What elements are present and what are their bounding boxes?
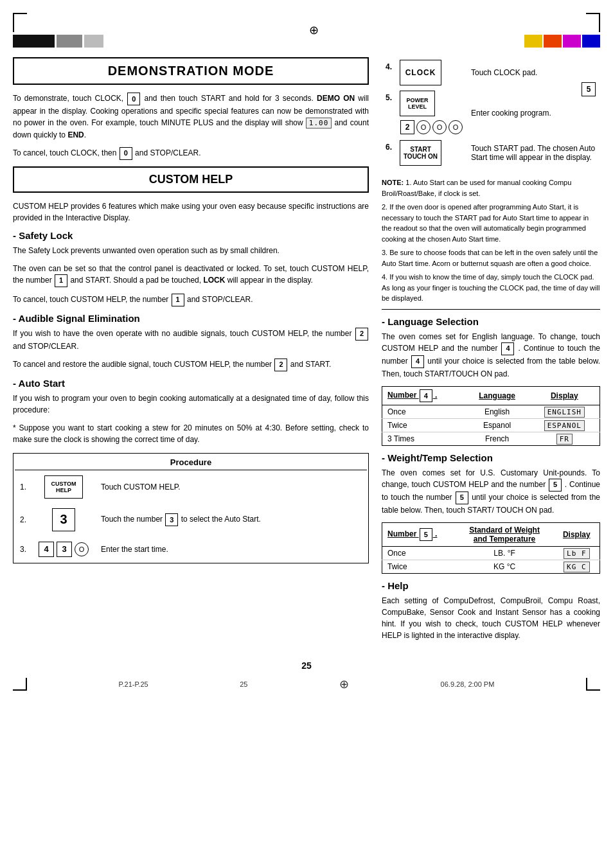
demo-cancel: To cancel, touch CLOCK, then 0 and STOP/…: [13, 147, 369, 160]
step6-desc: Touch START pad. The chosen Auto Start t…: [467, 137, 600, 168]
language-title: - Language Selection: [382, 316, 600, 327]
step2-desc: Touch the number 3 to select the Auto St…: [96, 504, 367, 536]
footer-left: P.21-P.25: [119, 680, 148, 688]
demo-title: DEMONSTRATION MODE: [23, 64, 359, 78]
step5-pad: POWER LEVEL 2 O O O: [396, 88, 467, 137]
procedure-step-1: 1. CUSTOM HELP Touch CUSTOM HELP.: [15, 472, 367, 502]
safety-lock-body2: The oven can be set so that the control …: [13, 263, 369, 287]
right-steps-table: 4. CLOCK Touch CLOCK pad. 5. POWER: [382, 57, 600, 168]
step3-num: 3.: [15, 537, 31, 562]
left-column: DEMONSTRATION MODE To demonstrate, touch…: [13, 57, 369, 648]
lang-twice: Twice: [382, 418, 465, 432]
wt-twice: Twice: [382, 560, 456, 573]
lang-french: French: [465, 432, 529, 445]
right-step-6: 6. START TOUCH ON Touch START pad. The c…: [382, 137, 600, 168]
lang-col1: Number 4 .: [382, 386, 465, 405]
help-body: Each setting of CompuDefrost, CompuBroil…: [382, 595, 600, 641]
wt-lb-f: LB. °F: [456, 546, 554, 560]
step6-pad: START TOUCH ON: [396, 137, 467, 168]
safety-lock-title: - Safety Lock: [13, 230, 369, 241]
step1-icon: CUSTOM HELP: [33, 472, 94, 502]
lang-espanol: Espanol: [465, 418, 529, 432]
custom-help-intro: CUSTOM HELP provides 6 features which ma…: [13, 200, 369, 224]
lang-row-2: Twice Espanol ESPANOL: [382, 418, 600, 432]
wt-row-2: Twice KG °C KG C: [382, 560, 600, 573]
step1-desc: Touch CUSTOM HELP.: [96, 472, 367, 502]
wt-col1: Number 5 .: [382, 522, 456, 546]
wt-col3: Display: [554, 522, 600, 546]
wt-col2: Standard of Weightand Temperature: [456, 522, 554, 546]
registration-mark-top: ⊕: [309, 23, 319, 37]
bottom-bar: P.21-P.25 25 ⊕ 06.9.28, 2:00 PM: [13, 677, 600, 691]
lang-display-french: FR: [529, 432, 600, 445]
lang-english: English: [465, 405, 529, 418]
right-step-4: 4. CLOCK Touch CLOCK pad.: [382, 57, 600, 88]
procedure-step-2: 2. 3 Touch the number 3 to select the Au…: [15, 504, 367, 536]
safety-lock-cancel: To cancel, touch CUSTOM HELP, the number…: [13, 294, 369, 306]
weight-temp-body: The oven comes set for U.S. Customary Un…: [382, 467, 600, 516]
weight-temp-title: - Weight/Temp Selection: [382, 452, 600, 463]
lang-row-1: Once English ENGLISH: [382, 405, 600, 418]
page-number: 25: [13, 660, 600, 671]
procedure-table: Procedure 1. CUSTOM HELP Touch CUSTOM HE…: [13, 453, 369, 563]
auto-start-body: If you wish to program your oven to begi…: [13, 393, 369, 416]
step5-desc: Enter cooking program.: [471, 109, 551, 118]
lang-once: Once: [382, 405, 465, 418]
audible-cancel: To cancel and restore the audible signal…: [13, 359, 369, 371]
language-table: Number 4 . Language Display Once English…: [382, 386, 600, 446]
wt-kg-c: KG °C: [456, 560, 554, 573]
note-item-2: 2. If the oven door is opened after prog…: [382, 202, 600, 244]
step4-pad: CLOCK: [396, 57, 467, 88]
note-label: NOTE:: [382, 179, 404, 186]
wt-once: Once: [382, 546, 456, 560]
step4-desc: Touch CLOCK pad.: [467, 57, 600, 88]
note-item-3: 3. Be sure to choose foods that can be l…: [382, 247, 600, 269]
lang-display-espanol: ESPANOL: [529, 418, 600, 432]
audible-title: - Audible Signal Elimination: [13, 313, 369, 324]
procedure-header: Procedure: [15, 455, 367, 470]
auto-start-title: - Auto Start: [13, 378, 369, 389]
footer-right: 06.9.28, 2:00 PM: [441, 680, 495, 688]
step3-icon: 4 3 O: [33, 537, 94, 562]
lang-col2: Language: [465, 386, 529, 405]
language-body: The oven comes set for English language.…: [382, 331, 600, 380]
step5-num: 5.: [382, 88, 396, 137]
lang-col3: Display: [529, 386, 600, 405]
demo-mode-section: DEMONSTRATION MODE: [13, 57, 369, 85]
wt-display-lb: Lb F: [554, 546, 600, 560]
step4-num: 4.: [382, 57, 396, 88]
audible-body: If you wish to have the oven operate wit…: [13, 328, 369, 352]
custom-help-title: CUSTOM HELP: [23, 173, 359, 186]
custom-help-section: CUSTOM HELP: [13, 166, 369, 193]
step1-num: 1.: [15, 472, 31, 502]
top-decor-bar: ⊕: [13, 13, 600, 48]
right-step-5: 5. POWER LEVEL 2 O O: [382, 88, 600, 137]
lang-row-3: 3 Times French FR: [382, 432, 600, 445]
lang-3times: 3 Times: [382, 432, 465, 445]
step3-desc: Enter the start time.: [96, 537, 367, 562]
weight-table: Number 5 . Standard of Weightand Tempera…: [382, 522, 600, 574]
footer-center: 25: [240, 680, 247, 688]
help-title: - Help: [382, 580, 600, 591]
registration-mark-bottom: ⊕: [339, 677, 349, 691]
procedure-step-3: 3. 4 3 O Enter the start time.: [15, 537, 367, 562]
demo-body: To demonstrate, touch CLOCK, 0 and then …: [13, 93, 369, 141]
right-column: 4. CLOCK Touch CLOCK pad. 5. POWER: [382, 57, 600, 648]
note-item-1: 1. Auto Start can be used for manual coo…: [382, 179, 571, 197]
note-item-4: 4. If you wish to know the time of day, …: [382, 272, 600, 304]
step2-icon: 3: [33, 504, 94, 536]
wt-row-1: Once LB. °F Lb F: [382, 546, 600, 560]
step6-num: 6.: [382, 137, 396, 168]
step2-num: 2.: [15, 504, 31, 536]
lang-display-english: ENGLISH: [529, 405, 600, 418]
auto-start-example: * Suppose you want to start cooking a st…: [13, 422, 369, 445]
safety-lock-body1: The Safety Lock prevents unwanted oven o…: [13, 245, 369, 256]
wt-display-kg: KG C: [554, 560, 600, 573]
note-section: NOTE: 1. Auto Start can be used for manu…: [382, 177, 600, 304]
